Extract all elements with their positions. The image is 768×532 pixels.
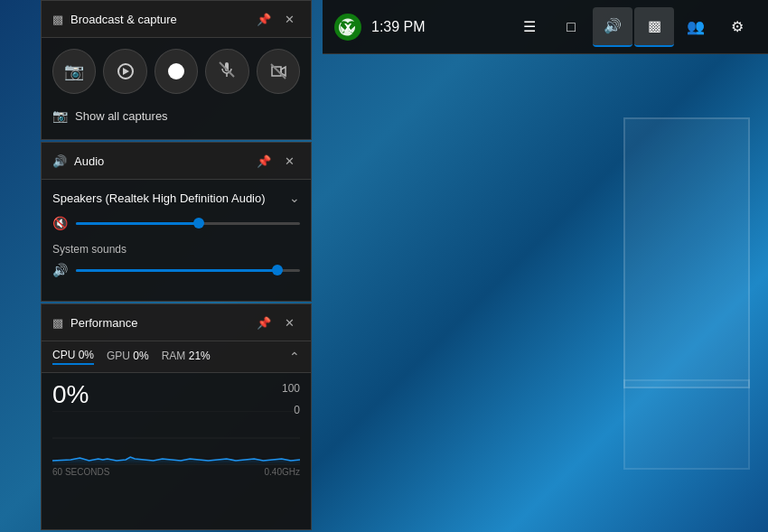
close-icon-perf: ✕: [285, 316, 295, 330]
performance-big-value: 0%: [52, 380, 89, 408]
system-sounds-slider[interactable]: [76, 269, 300, 272]
performance-panel-header: ▩ Performance 📌 ✕: [42, 304, 311, 341]
cpu-tab-label: CPU: [52, 349, 79, 361]
cpu-tab-value: 0%: [79, 349, 94, 361]
system-sounds-thumb: [272, 265, 283, 275]
performance-graph-area: 0% 100 0: [42, 373, 311, 490]
performance-panel: ▩ Performance 📌 ✕ CPU 0% GPU 0%: [41, 303, 312, 530]
gamebar-audio-button[interactable]: 🔊: [593, 7, 632, 47]
performance-tabs: CPU 0% GPU 0% RAM 21% ⌃: [42, 341, 311, 373]
system-sounds-label: System sounds: [52, 243, 300, 256]
system-sounds-fill: [76, 269, 277, 272]
system-sounds-volume-row: 🔊: [52, 263, 300, 277]
broadcast-icon: ▩: [52, 13, 63, 26]
game-bar-time: 1:39 PM: [371, 19, 426, 35]
capture-icon: □: [567, 19, 576, 35]
performance-footer: 60 SECONDS 0.40GHz: [52, 465, 300, 481]
performance-panel-title: Performance: [70, 316, 253, 330]
volume-fill: [76, 222, 199, 225]
broadcast-panel-header: ▩ Broadcast & capture 📌 ✕: [42, 1, 311, 38]
game-bar-icon-group: ☰ □ 🔊 ▩ 👥 ⚙: [510, 7, 757, 47]
gpu-tab-value: 0%: [133, 350, 148, 362]
camera-off-button[interactable]: [257, 49, 300, 94]
captures-icon: 📷: [52, 108, 68, 123]
gamebar-capture-button[interactable]: □: [551, 7, 591, 47]
tab-gpu[interactable]: GPU 0%: [107, 350, 149, 364]
pin-icon-audio: 📌: [257, 154, 271, 168]
desktop-window-decoration-2: [623, 379, 750, 470]
gamebar-performance-button[interactable]: ▩: [634, 7, 674, 47]
broadcast-close-button[interactable]: ✕: [278, 8, 300, 30]
close-icon-audio: ✕: [285, 154, 295, 168]
audio-panel: 🔊 Audio 📌 ✕ Speakers (Realtek High Defin…: [41, 142, 312, 302]
audio-header-actions: 📌 ✕: [253, 150, 300, 172]
show-captures-label: Show all captures: [75, 109, 168, 123]
volume-thumb: [193, 218, 204, 229]
main-volume-slider[interactable]: [76, 222, 300, 225]
audio-close-button[interactable]: ✕: [278, 150, 300, 172]
audio-panel-title: Audio: [74, 154, 253, 168]
gamebar-settings-button[interactable]: ⚙: [717, 7, 757, 47]
pin-icon-perf: 📌: [257, 316, 271, 330]
ram-tab-value: 21%: [189, 350, 211, 362]
scale-high-label: 100: [282, 382, 300, 395]
tab-ram[interactable]: RAM 21%: [162, 350, 211, 364]
gear-icon: ⚙: [731, 18, 744, 35]
performance-header-icon: ▩: [52, 316, 63, 330]
svg-marker-3: [123, 68, 129, 75]
speaker-icon: 🔊: [604, 17, 622, 34]
ram-tab-label: RAM: [162, 350, 189, 362]
broadcast-pin-button[interactable]: 📌: [253, 8, 275, 30]
perf-freq-label: 0.40GHz: [265, 467, 300, 477]
record-last-button[interactable]: [103, 49, 146, 94]
audio-panel-header: 🔊 Audio 📌 ✕: [42, 143, 311, 180]
xbox-logo: X: [333, 13, 362, 42]
gamebar-social-button[interactable]: 👥: [676, 7, 716, 47]
cpu-graph-svg: [52, 411, 300, 465]
game-bar: X 1:39 PM ☰ □ 🔊 ▩ 👥 ⚙: [323, 0, 768, 54]
camera-icon: 📷: [64, 61, 84, 81]
broadcast-content: 📷: [42, 38, 311, 139]
audio-content: Speakers (Realtek High Definition Audio)…: [42, 180, 311, 301]
record-last-icon: [117, 62, 135, 80]
audio-pin-button[interactable]: 📌: [253, 150, 275, 172]
broadcast-capture-panel: ▩ Broadcast & capture 📌 ✕ 📷: [41, 0, 312, 140]
main-volume-row: 🔇: [52, 216, 300, 230]
show-all-captures-link[interactable]: 📷 Show all captures: [52, 103, 300, 128]
gpu-tab-label: GPU: [107, 350, 133, 362]
pin-icon: 📌: [257, 13, 271, 26]
monitor-icon: ▩: [648, 17, 661, 34]
gamebar-list-button[interactable]: ☰: [510, 7, 549, 47]
performance-collapse-icon[interactable]: ⌃: [289, 350, 300, 364]
capture-button-group: 📷: [52, 49, 300, 94]
broadcast-panel-title: Broadcast & capture: [70, 13, 253, 26]
side-panel: ▩ Broadcast & capture 📌 ✕ 📷: [41, 0, 312, 532]
audio-chevron-down-icon[interactable]: ⌄: [289, 191, 300, 205]
broadcast-header-actions: 📌 ✕: [253, 8, 300, 30]
camera-off-icon: [269, 62, 287, 80]
performance-header-actions: 📌 ✕: [253, 312, 300, 333]
svg-marker-12: [52, 457, 300, 465]
mute-icon[interactable]: 🔇: [52, 216, 69, 230]
audio-header-icon: 🔊: [52, 154, 67, 168]
performance-close-button[interactable]: ✕: [278, 312, 300, 333]
cpu-graph: [52, 411, 300, 465]
svg-text:X: X: [344, 21, 352, 34]
people-icon: 👥: [687, 18, 705, 35]
desktop-window-decoration: [623, 117, 750, 388]
record-dot-icon: [168, 63, 184, 79]
perf-time-label: 60 SECONDS: [52, 467, 109, 477]
record-button[interactable]: [155, 49, 198, 94]
tab-cpu[interactable]: CPU 0%: [52, 349, 94, 365]
audio-device-name: Speakers (Realtek High Definition Audio): [52, 191, 266, 205]
system-sounds-icon: 🔊: [52, 263, 69, 277]
screenshot-button[interactable]: 📷: [52, 49, 96, 94]
list-icon: ☰: [523, 18, 536, 35]
mic-button[interactable]: [205, 49, 248, 94]
audio-device-row: Speakers (Realtek High Definition Audio)…: [52, 191, 300, 205]
performance-pin-button[interactable]: 📌: [253, 312, 275, 333]
close-icon: ✕: [285, 13, 295, 26]
mic-muted-icon: [218, 61, 236, 82]
